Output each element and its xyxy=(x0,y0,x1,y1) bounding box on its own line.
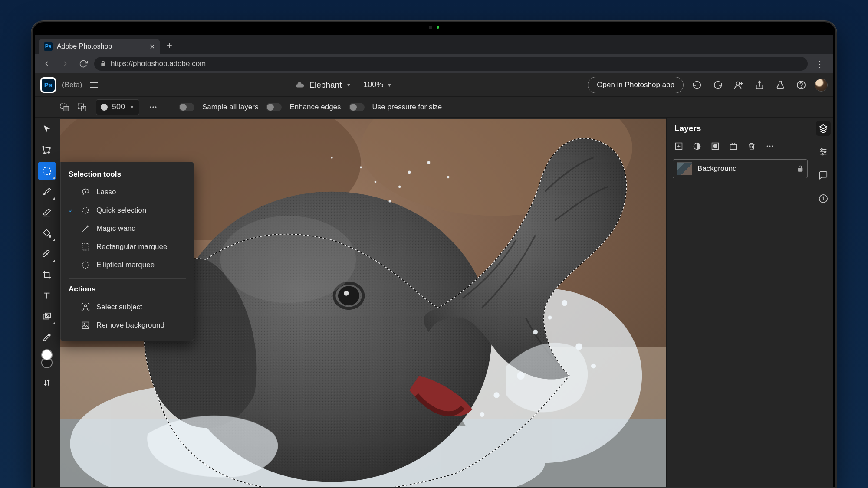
adjustment-layer-icon[interactable] xyxy=(693,142,701,151)
comments-icon[interactable] xyxy=(816,168,831,183)
use-pressure-label: Use pressure for size xyxy=(372,103,442,111)
svg-point-64 xyxy=(767,146,768,147)
open-in-app-button[interactable]: Open in Photoshop app xyxy=(588,77,684,93)
subtract-selection-icon[interactable] xyxy=(76,101,88,113)
place-image-tool[interactable] xyxy=(38,308,56,326)
photoshop-logo[interactable]: Ps xyxy=(40,77,56,93)
layers-panel-actions xyxy=(667,139,814,157)
help-icon[interactable] xyxy=(794,78,809,92)
svg-point-54 xyxy=(389,200,391,203)
browser-menu-icon[interactable]: ⋮ xyxy=(811,59,829,69)
enhance-edges-label: Enhance edges xyxy=(289,103,341,111)
swap-colors-icon[interactable] xyxy=(38,373,56,392)
tab-title: Adobe Photoshop xyxy=(57,43,145,50)
more-icon[interactable] xyxy=(766,142,774,151)
invite-icon[interactable] xyxy=(731,78,746,92)
properties-icon[interactable] xyxy=(816,144,831,159)
transform-tool[interactable] xyxy=(38,141,56,159)
document-name: Elephant xyxy=(309,80,342,90)
add-selection-icon[interactable] xyxy=(59,101,71,113)
flyout-action-remove-background[interactable]: Remove background xyxy=(61,316,194,334)
text-tool[interactable] xyxy=(38,287,56,305)
undo-icon[interactable] xyxy=(690,78,704,92)
fill-tool[interactable] xyxy=(38,224,56,242)
svg-point-57 xyxy=(360,167,362,168)
delete-layer-icon[interactable] xyxy=(747,142,756,151)
clip-layer-icon[interactable] xyxy=(729,142,738,151)
flyout-action-select-subject[interactable]: Select subject xyxy=(61,298,194,316)
nav-back-icon[interactable] xyxy=(39,56,54,71)
quick-selection-icon xyxy=(81,206,90,215)
beaker-icon[interactable] xyxy=(773,78,788,92)
crop-tool[interactable] xyxy=(38,266,56,284)
new-tab-button[interactable]: + xyxy=(160,39,178,54)
flyout-action-label: Select subject xyxy=(96,303,142,311)
svg-rect-63 xyxy=(730,145,737,150)
nav-forward-icon[interactable] xyxy=(58,56,72,71)
svg-point-56 xyxy=(447,176,450,178)
camera-lens xyxy=(429,26,432,29)
layers-icon[interactable] xyxy=(816,121,831,136)
svg-point-39 xyxy=(338,286,359,305)
flyout-item-elliptical-marquee[interactable]: Elliptical marquee xyxy=(61,256,194,274)
user-avatar[interactable] xyxy=(815,79,828,92)
color-swatches[interactable] xyxy=(41,349,53,368)
camera-bar xyxy=(33,22,835,33)
eraser-tool[interactable] xyxy=(38,203,56,222)
mask-icon[interactable] xyxy=(711,142,720,151)
address-bar[interactable]: https://photoshop.adobe.com xyxy=(94,57,808,71)
options-bar: 500 ▼ Sample all layers Enhance edges Us… xyxy=(35,97,833,118)
svg-point-13 xyxy=(44,153,45,154)
sample-all-layers-toggle[interactable] xyxy=(179,103,194,111)
browser-tab[interactable]: Ps Adobe Photoshop ✕ xyxy=(39,39,160,54)
move-tool[interactable] xyxy=(38,120,56,138)
flyout-item-rectangular-marquee[interactable]: Rectangular marquee xyxy=(61,238,194,256)
svg-rect-4 xyxy=(64,106,69,111)
flyout-item-label: Quick selection xyxy=(96,206,146,215)
flyout-item-quick-selection[interactable]: ✓ Quick selection xyxy=(61,201,194,219)
heal-tool[interactable] xyxy=(38,245,56,263)
svg-rect-16 xyxy=(82,244,89,250)
info-icon[interactable] xyxy=(816,191,831,206)
lock-icon[interactable] xyxy=(797,165,804,172)
layer-thumbnail xyxy=(677,162,692,175)
layers-panel-title: Layers xyxy=(667,123,814,139)
redo-icon[interactable] xyxy=(710,78,725,92)
flyout-item-magic-wand[interactable]: Magic wand xyxy=(61,219,194,238)
layer-item[interactable]: Background xyxy=(673,159,808,178)
svg-point-53 xyxy=(427,161,430,164)
svg-point-8 xyxy=(152,106,154,108)
layer-name: Background xyxy=(697,164,792,173)
favicon-ps-icon: Ps xyxy=(44,42,53,51)
brush-size-dropdown[interactable]: 500 ▼ xyxy=(96,99,139,115)
svg-point-47 xyxy=(591,364,596,368)
eyedropper-tool[interactable] xyxy=(38,328,56,347)
enhance-edges-toggle[interactable] xyxy=(266,103,282,111)
tool-flyout-indicator-icon xyxy=(53,177,55,179)
svg-point-11 xyxy=(49,147,50,149)
zoom-dropdown[interactable]: 100% ▼ xyxy=(363,80,392,89)
sample-all-layers-label: Sample all layers xyxy=(202,103,258,111)
elliptical-marquee-icon xyxy=(81,260,90,270)
foreground-color[interactable] xyxy=(41,349,53,360)
svg-point-58 xyxy=(331,157,332,158)
use-pressure-toggle[interactable] xyxy=(349,103,365,111)
hamburger-menu-icon[interactable] xyxy=(88,79,99,91)
svg-point-24 xyxy=(46,314,47,315)
document-name-dropdown[interactable]: Elephant ▼ xyxy=(295,80,351,90)
share-icon[interactable] xyxy=(752,78,767,92)
flyout-item-lasso[interactable]: Lasso xyxy=(61,183,194,201)
svg-point-62 xyxy=(713,144,717,148)
svg-rect-5 xyxy=(78,103,84,108)
selection-tool[interactable]: Selection tools Lasso ✓ xyxy=(38,162,56,180)
ps-logo-text: Ps xyxy=(42,79,55,92)
svg-point-2 xyxy=(801,87,802,87)
svg-point-12 xyxy=(48,152,49,153)
brush-tool[interactable] xyxy=(38,183,56,201)
select-subject-icon xyxy=(81,302,90,312)
new-layer-icon[interactable] xyxy=(674,142,683,151)
close-tab-icon[interactable]: ✕ xyxy=(149,43,155,51)
brush-preview-icon xyxy=(101,104,108,111)
nav-reload-icon[interactable] xyxy=(76,56,91,71)
more-options-icon[interactable] xyxy=(147,101,159,113)
